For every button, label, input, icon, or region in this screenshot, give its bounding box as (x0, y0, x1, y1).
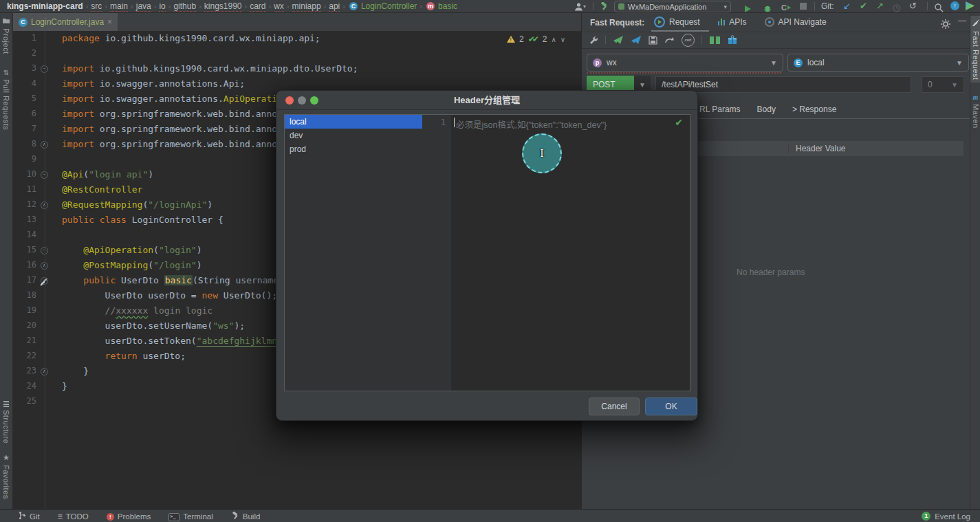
statusbar-git[interactable]: Git (18, 511, 40, 521)
tool-strip-project[interactable]: Project (1, 17, 12, 54)
send-download-icon[interactable] (631, 34, 642, 46)
search-everywhere-icon[interactable] (934, 1, 944, 14)
redo-icon[interactable] (664, 34, 675, 46)
code-line: package io.github.kings1990.card.wx.mini… (62, 33, 320, 43)
tool-strip-pull-requests[interactable]: ⇅Pull Requests (1, 68, 12, 130)
line-number: 16 (13, 260, 36, 270)
build-hammer-icon[interactable] (600, 0, 609, 12)
ok-button[interactable]: OK (645, 398, 697, 415)
line-number: 13 (13, 215, 36, 224)
breadcrumb-item[interactable]: card (250, 1, 265, 12)
cancel-button[interactable]: Cancel (589, 398, 640, 415)
request-icon (654, 17, 665, 28)
breadcrumb-item[interactable]: github (173, 1, 196, 12)
group-item-prod[interactable]: prod (285, 142, 423, 156)
rollback-icon[interactable]: ↺ (909, 1, 917, 11)
run-config-name: WxMaDemoApplication (628, 3, 706, 11)
run-configuration-select[interactable]: WxMaDemoApplication ▾ (614, 1, 731, 12)
breadcrumb-separator: › (199, 2, 202, 10)
statusbar-label: Git (30, 512, 40, 521)
subtab--response[interactable]: > Response (792, 105, 836, 114)
tool-strip-maven[interactable]: mMaven (970, 90, 980, 131)
line-number: 9 (13, 154, 36, 164)
ide-update-icon[interactable]: ↑ (950, 1, 959, 10)
save-icon[interactable] (649, 34, 657, 46)
run-coverage-button[interactable]: C (781, 1, 791, 14)
line-number: 15 (13, 245, 36, 254)
tool-strip-label: Pull Requests (2, 79, 10, 130)
git-push-icon[interactable]: ↗ (876, 1, 884, 11)
gutter-separator (45, 31, 45, 509)
git-update-icon[interactable]: ↙ (843, 1, 851, 11)
prev-issue-icon[interactable]: ∧ (551, 36, 556, 43)
docs-book-icon[interactable] (709, 34, 721, 46)
code-line: @ApiOperation("login") (62, 245, 202, 255)
breadcrumb-item[interactable]: io (159, 1, 165, 12)
statusbar-label: Problems (118, 512, 151, 521)
curl-icon[interactable]: curl (682, 34, 695, 47)
gear-icon[interactable] (941, 18, 950, 30)
subtab-body[interactable]: Body (757, 105, 776, 114)
close-icon[interactable]: × (107, 17, 112, 27)
line-number: 17 (13, 275, 36, 285)
apis-icon (718, 19, 726, 25)
breadcrumb-class[interactable]: LoginController (361, 1, 417, 11)
ide-window: kings-miniapp-card›src›main›java›io›gith… (0, 0, 980, 522)
tool-strip-favorites[interactable]: ★Favorites (1, 453, 12, 499)
user-account-icon[interactable]: ▾ (574, 0, 586, 12)
request-subtabs: RL ParamsBody> Response (699, 105, 836, 114)
breadcrumb-item[interactable]: kings1990 (204, 1, 242, 12)
tool-strip-structure[interactable]: Structure (1, 395, 12, 444)
tab-apis[interactable]: APIs (718, 17, 747, 28)
breadcrumb-separator: › (287, 2, 290, 10)
breadcrumb-item[interactable]: java (136, 1, 151, 12)
inspections-widget[interactable]: ! 2 ✔✔ 2 ∧ ∨ (507, 34, 565, 44)
class-icon: C (19, 18, 28, 27)
star-icon: ★ (3, 453, 10, 462)
project-select[interactable]: p wx ▼ (587, 54, 783, 72)
statusbar-problems[interactable]: !Problems (107, 511, 151, 521)
statusbar-build[interactable]: Build (231, 511, 261, 521)
git-commit-icon[interactable]: ✔ (860, 1, 867, 11)
valid-check-icon: ✔ (675, 117, 683, 128)
subtab-rl-params[interactable]: RL Params (699, 105, 741, 114)
wrench-icon[interactable] (589, 34, 598, 46)
passed-count: 2 (543, 34, 547, 44)
dialog-json-editor[interactable]: 必须是json格式,如{"token":"token_dev"} ✔ (451, 114, 690, 391)
line-number: 24 (13, 381, 36, 391)
next-issue-icon[interactable]: ∨ (560, 36, 565, 43)
fast-request-rocket-icon[interactable] (39, 276, 48, 289)
tab-request[interactable]: Request (654, 17, 700, 28)
gift-icon[interactable] (728, 34, 737, 46)
toolbar-separator (593, 2, 594, 10)
breadcrumb-item[interactable]: main (110, 1, 128, 12)
timeout-select[interactable]: 0 ▼ (922, 76, 964, 93)
hide-panel-icon[interactable]: — (958, 16, 966, 25)
breadcrumb-item[interactable]: miniapp (292, 1, 321, 12)
breadcrumb-item[interactable]: wx (274, 1, 284, 12)
group-item-dev[interactable]: dev (285, 129, 423, 142)
line-number: 10 (13, 169, 36, 179)
tool-strip-fast-request[interactable]: Fast Request (970, 16, 980, 83)
statusbar-todo[interactable]: ≡TODO (58, 511, 89, 521)
breadcrumb-separator: › (324, 2, 327, 10)
send-request-icon[interactable] (613, 34, 624, 46)
group-item-local[interactable]: local (285, 115, 423, 129)
breadcrumb-method[interactable]: basic (438, 1, 457, 11)
line-number: 23 (13, 366, 36, 376)
code-line: userDto.setUserName("ws"); (62, 320, 245, 331)
event-log-button[interactable]: 1 Event Log (922, 512, 970, 521)
tool-strip-label: Maven (972, 104, 980, 129)
stop-button[interactable] (800, 3, 807, 10)
dialog-line-number: 1 (441, 118, 446, 127)
group-list[interactable]: localdevprod (284, 114, 423, 391)
breadcrumb-item[interactable]: src (91, 1, 102, 12)
environment-select[interactable]: E local ▼ (787, 54, 969, 72)
statusbar-terminal[interactable]: >_Terminal (168, 511, 213, 521)
breadcrumb-item[interactable]: kings-miniapp-card (7, 1, 83, 11)
toolbar-separator (701, 36, 702, 44)
breadcrumb-item[interactable]: api (329, 1, 340, 12)
editor-tab-logincontroller[interactable]: C LoginController.java × (13, 13, 118, 31)
tab-api-navigate[interactable]: API Navigate (765, 17, 827, 28)
code-line: return userDto; (62, 351, 186, 361)
